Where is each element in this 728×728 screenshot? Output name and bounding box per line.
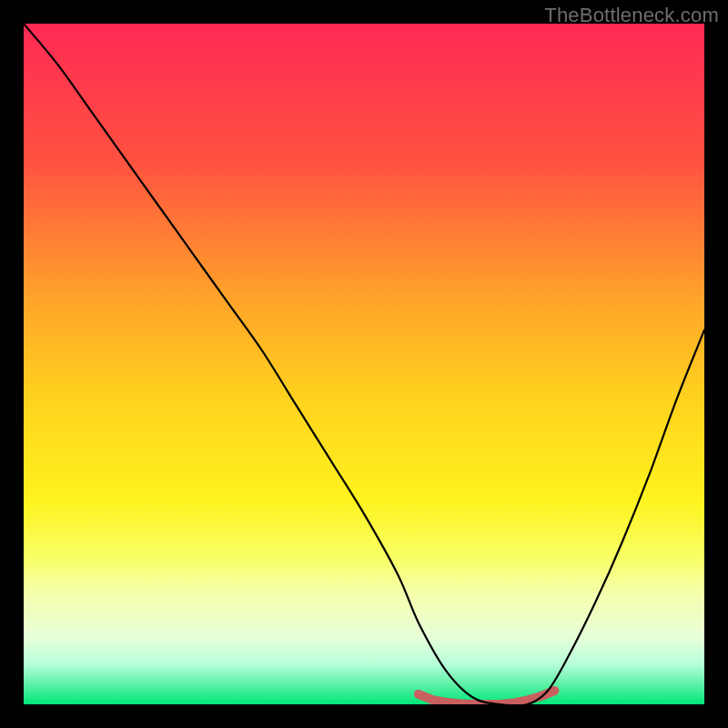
watermark-text: TheBottleneck.com (544, 4, 719, 27)
plot-area (24, 24, 704, 704)
chart-frame: TheBottleneck.com (0, 0, 728, 728)
gradient-background (24, 24, 704, 704)
plot-svg (24, 24, 704, 704)
